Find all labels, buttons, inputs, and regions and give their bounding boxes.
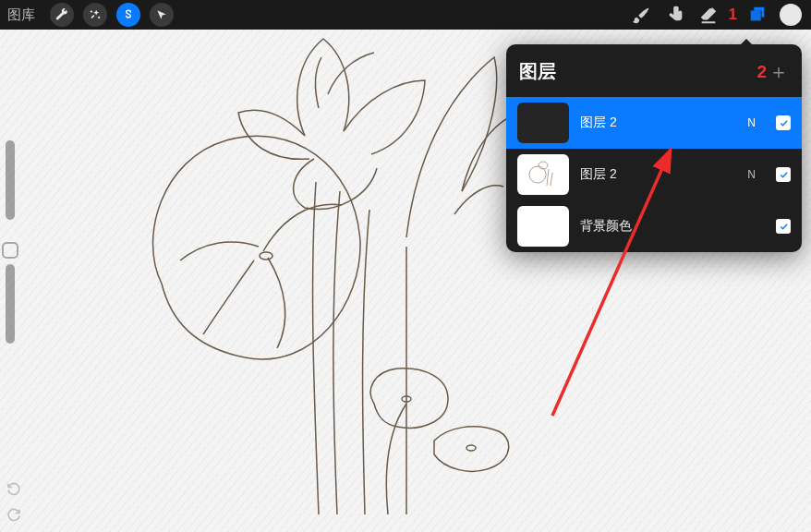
undo-redo-group	[4, 478, 24, 525]
brush-icon	[632, 5, 652, 25]
move-button[interactable]	[150, 3, 174, 27]
layer-thumbnail	[517, 206, 569, 247]
svg-point-2	[466, 445, 476, 451]
check-icon	[779, 170, 789, 180]
layer-blend-mode[interactable]: N	[747, 116, 756, 129]
brush-button[interactable]	[629, 2, 655, 28]
layer-name-label: 图层 2	[580, 115, 736, 131]
selection-button[interactable]	[116, 3, 140, 27]
redo-icon	[6, 506, 22, 523]
toolbar-left: 图库	[2, 3, 174, 27]
add-layer-button[interactable]: ＋	[769, 62, 789, 82]
layer-row[interactable]: 图层 2 N	[506, 149, 802, 200]
top-toolbar: 图库 1	[0, 0, 811, 30]
layers-panel-title: 图层	[519, 59, 556, 84]
gallery-button[interactable]: 图库	[2, 6, 41, 24]
redo-button[interactable]	[4, 504, 24, 525]
layer-name-label: 背景颜色	[580, 218, 744, 235]
s-icon	[122, 8, 135, 21]
color-button[interactable]	[780, 4, 802, 26]
finger-icon	[665, 5, 685, 25]
layer-thumbnail	[517, 103, 569, 143]
modify-button[interactable]	[2, 242, 18, 259]
layer-blend-mode[interactable]: N	[747, 168, 756, 181]
layers-panel-header: 图层 2 ＋	[506, 44, 802, 97]
wrench-button[interactable]	[50, 3, 74, 27]
layer-visibility-checkbox[interactable]	[776, 167, 791, 182]
marker-1-label: 1	[729, 6, 737, 24]
check-icon	[779, 222, 789, 232]
layers-button[interactable]	[744, 2, 770, 28]
layer-row[interactable]: 图层 2 N	[506, 97, 802, 149]
opacity-slider[interactable]	[6, 264, 15, 344]
wand-icon	[89, 8, 102, 21]
left-sidebar	[0, 140, 20, 344]
toolbar-right: 1	[629, 2, 809, 28]
check-icon	[779, 118, 789, 128]
layer-visibility-checkbox[interactable]	[776, 115, 791, 130]
layers-count-marker: 2	[757, 62, 767, 82]
svg-point-0	[260, 252, 272, 260]
undo-button[interactable]	[4, 478, 24, 499]
brush-size-slider[interactable]	[6, 140, 15, 220]
layer-thumbnail	[517, 154, 569, 195]
undo-icon	[6, 480, 22, 497]
layers-panel: 图层 2 ＋ 图层 2 N 图层 2 N 背景颜色	[506, 44, 802, 252]
layer-row[interactable]: 背景颜色	[506, 200, 802, 252]
layers-icon	[747, 5, 768, 25]
layer-visibility-checkbox[interactable]	[776, 219, 791, 234]
wand-button[interactable]	[83, 3, 107, 27]
lotus-artwork	[129, 30, 554, 524]
smudge-button[interactable]	[662, 2, 688, 28]
layer-name-label: 图层 2	[580, 166, 736, 183]
eraser-button[interactable]	[696, 2, 721, 28]
wrench-icon	[55, 8, 68, 21]
cursor-icon	[155, 8, 168, 21]
eraser-icon	[698, 5, 719, 25]
